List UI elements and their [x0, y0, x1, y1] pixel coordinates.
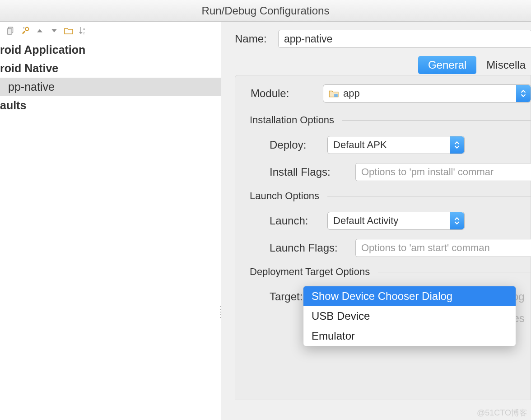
form-area: Module: app Installation Options Deploy — [235, 75, 531, 400]
launch-value: Default Activity — [333, 215, 398, 227]
launch-flags-label: Launch Flags: — [270, 242, 355, 254]
section-deployment: Deployment Target Options — [250, 266, 531, 278]
svg-rect-1 — [7, 29, 12, 34]
tree-item-app-native[interactable]: pp-native — [0, 78, 221, 96]
wrench-settings-icon[interactable] — [21, 26, 30, 35]
tab-general[interactable]: General — [418, 56, 476, 74]
tree-item-android-app[interactable]: roid Application — [0, 41, 221, 59]
chevron-updown-icon — [450, 212, 464, 229]
sidebar-toolbar: az — [0, 22, 221, 40]
launch-flags-input[interactable] — [355, 239, 531, 257]
tree-item-defaults[interactable]: aults — [0, 96, 221, 115]
config-panel: Name: General Miscella Module: app — [221, 22, 531, 420]
tab-bar: General Miscella — [235, 56, 531, 74]
target-option-usb[interactable]: USB Device — [303, 306, 516, 326]
section-launch: Launch Options — [250, 190, 531, 202]
svg-point-2 — [25, 28, 29, 31]
move-down-icon[interactable] — [50, 26, 59, 35]
folder-icon[interactable] — [64, 26, 73, 35]
launch-label: Launch: — [270, 215, 327, 227]
tree-item-android-native[interactable]: roid Native — [0, 59, 221, 78]
target-option-chooser[interactable]: Show Device Chooser Dialog — [303, 286, 516, 306]
splitter-handle[interactable] — [219, 306, 222, 318]
tab-misc[interactable]: Miscella — [476, 56, 531, 74]
section-installation: Installation Options — [250, 114, 531, 126]
copy-icon[interactable] — [6, 26, 15, 35]
sidebar: az roid Application roid Native pp-nativ… — [0, 22, 221, 420]
watermark: @51CTO博客 — [477, 407, 527, 418]
window-title: Run/Debug Configurations — [0, 0, 531, 22]
svg-rect-3 — [22, 31, 25, 34]
module-value: app — [343, 88, 360, 99]
move-up-icon[interactable] — [35, 26, 44, 35]
svg-rect-7 — [334, 94, 338, 97]
module-folder-icon — [329, 89, 339, 98]
chevron-updown-icon — [516, 85, 531, 102]
config-tree: roid Application roid Native pp-native a… — [0, 40, 221, 115]
name-label: Name: — [235, 33, 278, 45]
target-dropdown: Show Device Chooser Dialog USB Device Em… — [303, 286, 516, 346]
launch-select[interactable]: Default Activity — [327, 212, 465, 230]
module-label: Module: — [251, 87, 323, 100]
svg-text:a: a — [83, 27, 85, 31]
install-flags-input[interactable] — [355, 163, 531, 181]
svg-text:z: z — [83, 31, 85, 35]
chevron-updown-icon — [450, 136, 464, 154]
target-option-emulator[interactable]: Emulator — [303, 326, 516, 346]
target-label: Target: — [270, 290, 305, 303]
module-select[interactable]: app — [323, 84, 531, 103]
name-input[interactable] — [278, 30, 531, 48]
deploy-label: Deploy: — [270, 139, 327, 151]
svg-point-4 — [23, 28, 25, 29]
deploy-select[interactable]: Default APK — [327, 136, 465, 154]
sort-az-icon[interactable]: az — [79, 26, 88, 35]
deploy-value: Default APK — [333, 139, 387, 151]
install-flags-label: Install Flags: — [270, 166, 355, 178]
